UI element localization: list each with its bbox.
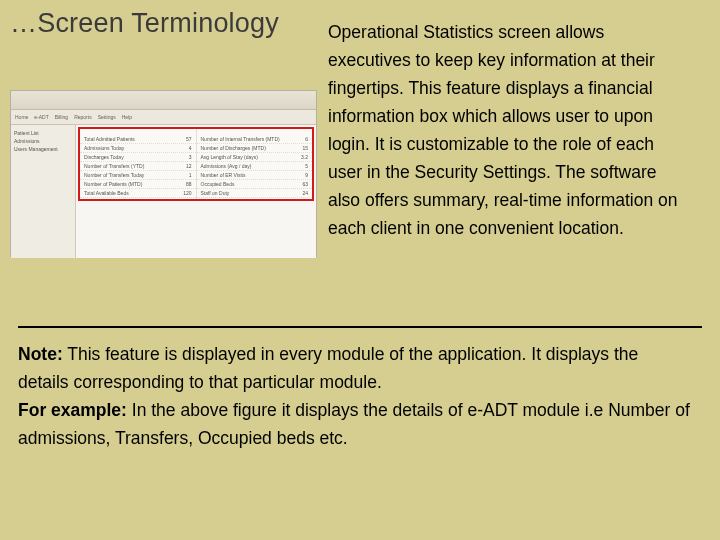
- embedded-screenshot: Home e-ADT Billing Reports Settings Help…: [10, 90, 317, 257]
- slide: …Screen Terminology Operational Statisti…: [0, 0, 720, 540]
- stat-row: Number of Internal Transfers (MTD)6: [197, 135, 313, 144]
- screenshot-tabs: Home e-ADT Billing Reports Settings Help: [11, 110, 316, 125]
- stat-row: Number of ER Visits9: [197, 171, 313, 180]
- stat-row: Staff on Duty24: [197, 189, 313, 198]
- sidebar-item: Users Management: [14, 145, 72, 153]
- stat-row: Total Available Beds120: [80, 189, 196, 198]
- stat-row: Admissions (Avg / day)5: [197, 162, 313, 171]
- screenshot-titlebar: [11, 91, 316, 110]
- screenshot-sidebar: Patient List Admissions Users Management: [11, 125, 76, 258]
- example-label: For example:: [18, 400, 127, 420]
- stat-row: Number of Discharges (MTD)15: [197, 144, 313, 153]
- screenshot-tab: Settings: [98, 114, 116, 120]
- body-paragraph: Operational Statistics screen allows exe…: [328, 18, 688, 242]
- screenshot-tab: Home: [15, 114, 28, 120]
- screenshot-tab: e-ADT: [34, 114, 48, 120]
- stats-column-left: Total Admitted Patients57 Admissions Tod…: [80, 129, 196, 199]
- screenshot-main: Total Admitted Patients57 Admissions Tod…: [76, 125, 316, 258]
- stat-row: Avg Length of Stay (days)3.2: [197, 153, 313, 162]
- sidebar-item: Patient List: [14, 129, 72, 137]
- slide-title: …Screen Terminology: [10, 8, 279, 39]
- highlight-box: Total Admitted Patients57 Admissions Tod…: [78, 127, 314, 201]
- screenshot-tab: Help: [122, 114, 132, 120]
- stat-row: Discharges Today3: [80, 153, 196, 162]
- note-paragraph: Note: This feature is displayed in every…: [18, 340, 692, 452]
- screenshot-body: Patient List Admissions Users Management…: [11, 125, 316, 258]
- stat-row: Number of Patients (MTD)88: [80, 180, 196, 189]
- stats-column-right: Number of Internal Transfers (MTD)6 Numb…: [196, 129, 313, 199]
- stat-row: Number of Transfers (YTD)12: [80, 162, 196, 171]
- stat-row: Occupied Beds63: [197, 180, 313, 189]
- screenshot-tab: Billing: [55, 114, 68, 120]
- note-label: Note:: [18, 344, 63, 364]
- horizontal-divider: [18, 326, 702, 328]
- stat-row: Admissions Today4: [80, 144, 196, 153]
- sidebar-item: Admissions: [14, 137, 72, 145]
- stat-row: Number of Transfers Today1: [80, 171, 196, 180]
- screenshot-tab: Reports: [74, 114, 92, 120]
- note-text-1: This feature is displayed in every modul…: [18, 344, 638, 392]
- stat-row: Total Admitted Patients57: [80, 135, 196, 144]
